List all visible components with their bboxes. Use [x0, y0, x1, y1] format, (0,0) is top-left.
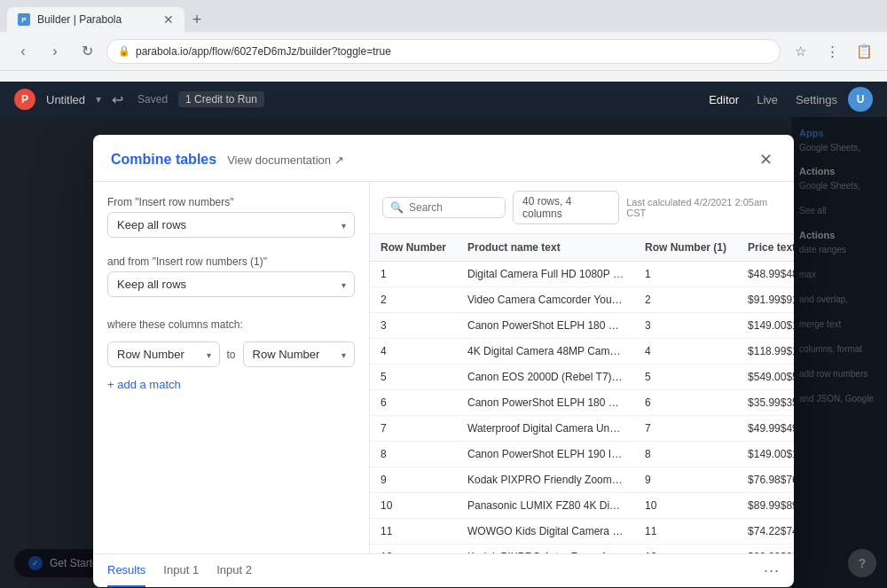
- col-price-text: Price text: [737, 234, 794, 262]
- cell-row-num: 8: [370, 442, 457, 467]
- and-label: and from "Insert row numbers (1)": [107, 255, 355, 268]
- extensions-button[interactable]: ⋮: [820, 39, 844, 64]
- from-group: From "Insert row numbers" Keep all rows …: [107, 196, 355, 238]
- cell-row-num1: 6: [634, 390, 737, 416]
- tab-input2[interactable]: Input 2: [216, 554, 252, 587]
- cell-product: Panasonic LUMIX FZ80 4K Digital Camera, …: [457, 493, 634, 519]
- and-group: and from "Insert row numbers (1)" Keep a…: [107, 255, 355, 297]
- table-row: 9 Kodak PIXPRO Friendly Zoom FZ53-BK 16M…: [370, 467, 794, 493]
- match-right-select[interactable]: Row Number: [243, 341, 356, 367]
- table-row: 10 Panasonic LUMIX FZ80 4K Digital Camer…: [370, 493, 794, 519]
- match-right-wrapper: Row Number ▾: [243, 341, 356, 367]
- add-match-label: + add a match: [107, 378, 181, 391]
- cell-price: $549.00$5: [737, 365, 794, 390]
- cell-row-num1: 2: [634, 287, 737, 313]
- cell-product: Canon PowerShot ELPH 190 IS Digital Came…: [457, 442, 634, 467]
- nav-live[interactable]: Live: [757, 93, 778, 106]
- table-row: 8 Canon PowerShot ELPH 190 IS Digital Ca…: [370, 442, 794, 467]
- match-row: Row Number ▾ to Row Number ▾: [107, 341, 355, 367]
- calc-time: Last calculated 4/2/2021 2:05am CST: [626, 197, 781, 218]
- tab-close-button[interactable]: ✕: [163, 12, 174, 27]
- app-title[interactable]: Untitled: [46, 93, 85, 106]
- credit-button[interactable]: 1 Credit to Run: [178, 91, 264, 107]
- cell-price: $76.98$76: [737, 467, 794, 493]
- cell-product: WOWGO Kids Digital Camera – 12MP Childre…: [457, 519, 634, 545]
- undo-button[interactable]: ↩: [112, 91, 123, 108]
- cell-row-num1: 1: [634, 262, 737, 287]
- tab-favicon: P: [18, 13, 30, 26]
- cell-row-num: 10: [370, 493, 457, 519]
- cell-price: $35.99$35: [737, 390, 794, 416]
- results-table-container: Row Number Product name text Row Number …: [370, 234, 794, 553]
- cell-row-num: 5: [370, 365, 457, 390]
- browser-tab[interactable]: P Builder | Parabola ✕: [7, 7, 184, 32]
- refresh-button[interactable]: ↻: [75, 39, 99, 64]
- new-tab-button[interactable]: +: [184, 7, 209, 32]
- tab-title: Builder | Parabola: [37, 13, 122, 26]
- doc-link-text: View documentation: [227, 153, 331, 167]
- cell-price: $89.99$89: [737, 493, 794, 519]
- cell-product: Canon PowerShot ELPH 180 Digital Camera …: [457, 390, 634, 416]
- tab-more-button[interactable]: ···: [764, 561, 780, 580]
- col-row-number-1: Row Number (1): [634, 234, 737, 262]
- cell-row-num: 11: [370, 519, 457, 545]
- cell-product: Video Camera Camcorder YouTube Vlogging …: [457, 287, 634, 313]
- doc-link[interactable]: View documentation ↗: [227, 153, 344, 167]
- cell-row-num1: 3: [634, 313, 737, 339]
- match-right-value: Row Number: [253, 348, 320, 361]
- modal-backdrop: Combine tables View documentation ↗ ✕ Fr…: [0, 117, 887, 588]
- table-header: Row Number Product name text Row Number …: [370, 234, 794, 262]
- external-link-icon: ↗: [334, 153, 344, 167]
- address-bar[interactable]: 🔒 parabola.io/app/flow/6027eD6mJz/builde…: [106, 39, 781, 64]
- search-icon: 🔍: [390, 201, 404, 214]
- table-body: 1 Digital Camera Full HD 1080P 36MP 2.4 …: [370, 262, 794, 553]
- modal-close-button[interactable]: ✕: [755, 149, 776, 170]
- from-select[interactable]: Keep all rows: [107, 212, 355, 238]
- bookmark-button[interactable]: ☆: [788, 39, 812, 64]
- cell-row-num: 7: [370, 416, 457, 442]
- cell-row-num: 3: [370, 313, 457, 339]
- nav-editor[interactable]: Editor: [709, 93, 739, 106]
- search-input[interactable]: [409, 201, 498, 214]
- from-select-wrapper: Keep all rows ▾: [107, 212, 355, 238]
- add-match-button[interactable]: + add a match: [107, 378, 355, 391]
- modal-title: Combine tables: [111, 152, 216, 168]
- app-nav: Editor Live Settings: [709, 93, 837, 106]
- cell-product: 4K Digital Camera 48MP Camera Vlogging C…: [457, 339, 634, 365]
- tab-results[interactable]: Results: [107, 554, 145, 587]
- cell-price: $48.99$48: [737, 262, 794, 287]
- forward-button[interactable]: ›: [43, 39, 67, 64]
- rows-badge: 40 rows, 4 columns: [513, 191, 619, 224]
- and-select[interactable]: Keep all rows: [107, 271, 355, 297]
- cell-row-num1: 11: [634, 519, 737, 545]
- and-select-wrapper: Keep all rows ▾: [107, 271, 355, 297]
- cell-price: $89.99$89: [737, 545, 794, 553]
- back-button[interactable]: ‹: [11, 39, 35, 64]
- cell-product: Canon EOS 2000D (Rebel T7) DSLR Camera w: [457, 365, 634, 390]
- url-text: parabola.io/app/flow/6027eD6mJz/builder?…: [136, 45, 391, 58]
- col-row-number: Row Number: [370, 234, 457, 262]
- from-value: Keep all rows: [117, 218, 186, 231]
- browser-toolbar: ‹ › ↻ 🔒 parabola.io/app/flow/6027eD6mJz/…: [0, 32, 887, 71]
- cell-row-num: 12: [370, 545, 457, 553]
- col-product-name: Product name text: [457, 234, 634, 262]
- cell-price: $149.00$14: [737, 313, 794, 339]
- table-row: 3 Canon PowerShot ELPH 180 Digital Camer…: [370, 313, 794, 339]
- reading-list-button[interactable]: 📋: [852, 39, 876, 64]
- user-avatar[interactable]: U: [848, 87, 873, 112]
- cell-row-num1: 5: [634, 365, 737, 390]
- left-panel: From "Insert row numbers" Keep all rows …: [93, 182, 370, 553]
- cell-row-num1: 4: [634, 339, 737, 365]
- cell-row-num: 2: [370, 287, 457, 313]
- modal-body: From "Insert row numbers" Keep all rows …: [93, 182, 794, 553]
- match-left-select[interactable]: Row Number: [107, 341, 220, 367]
- cell-row-num1: 12: [634, 545, 737, 553]
- combine-tables-modal: Combine tables View documentation ↗ ✕ Fr…: [93, 135, 794, 587]
- match-left-value: Row Number: [117, 348, 184, 361]
- tab-input1[interactable]: Input 1: [163, 554, 199, 587]
- search-box[interactable]: 🔍: [382, 197, 506, 218]
- title-chevron-icon: ▾: [96, 93, 101, 106]
- app-bar: P Untitled ▾ ↩ Saved 1 Credit to Run Edi…: [0, 82, 887, 117]
- cell-row-num: 6: [370, 390, 457, 416]
- nav-settings[interactable]: Settings: [796, 93, 837, 106]
